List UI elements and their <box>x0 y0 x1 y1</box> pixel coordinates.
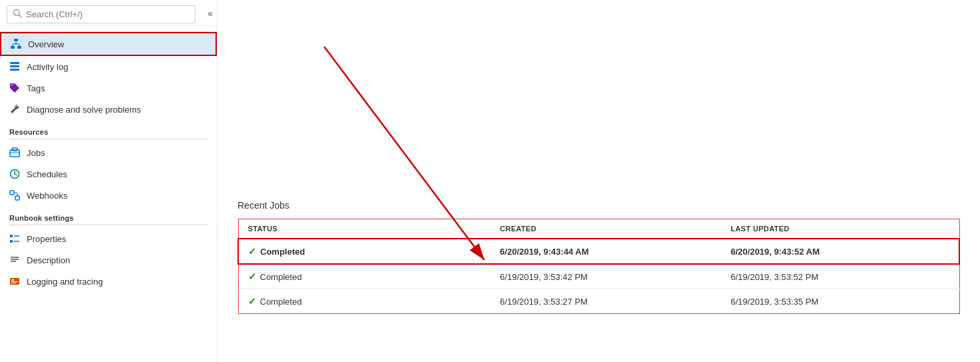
svg-rect-2 <box>14 39 18 41</box>
jobs-table: STATUS CREATED LAST UPDATED ✓Completed6/… <box>237 219 960 314</box>
description-icon <box>9 255 20 265</box>
logging-icon <box>9 276 20 287</box>
col-last-updated: LAST UPDATED <box>721 219 959 239</box>
sidebar-item-label-diagnose: Diagnose and solve problems <box>27 105 141 115</box>
clock-icon <box>9 169 20 179</box>
sidebar-item-webhooks[interactable]: Webhooks <box>0 185 217 206</box>
svg-rect-30 <box>11 283 16 283</box>
sidebar-item-properties[interactable]: Properties <box>0 228 217 249</box>
sidebar-item-schedules[interactable]: Schedules <box>0 163 217 185</box>
last-updated-cell: 6/19/2019, 3:53:35 PM <box>721 289 959 314</box>
last-updated-cell: 6/19/2019, 3:53:52 PM <box>721 264 959 289</box>
wrench-icon <box>9 104 20 115</box>
sidebar-item-jobs[interactable]: Jobs <box>0 142 217 163</box>
search-icon <box>13 9 22 20</box>
properties-icon <box>9 233 20 244</box>
resources-divider <box>9 139 207 139</box>
created-cell: 6/19/2019, 3:53:42 PM <box>490 264 721 289</box>
sidebar-item-activity-log[interactable]: Activity log <box>0 56 217 77</box>
svg-line-1 <box>19 15 21 17</box>
tag-icon <box>9 83 20 93</box>
sidebar-item-description[interactable]: Description <box>0 249 217 271</box>
sidebar-item-label-logging: Logging and tracing <box>27 277 103 287</box>
svg-rect-21 <box>10 240 13 243</box>
svg-rect-4 <box>17 46 21 49</box>
search-input[interactable] <box>26 9 189 19</box>
status-cell: ✓Completed <box>238 289 490 314</box>
runbook-settings-section-label: Runbook settings <box>0 206 217 225</box>
created-cell: 6/19/2019, 3:53:27 PM <box>490 289 721 314</box>
col-created: CREATED <box>490 219 721 239</box>
sidebar-item-label-tags: Tags <box>27 83 45 93</box>
created-cell: 6/20/2019, 9:43:44 AM <box>490 239 721 264</box>
table-row[interactable]: ✓Completed6/19/2019, 3:53:27 PM6/19/2019… <box>238 289 959 314</box>
sidebar-item-diagnose[interactable]: Diagnose and solve problems <box>0 99 217 120</box>
sidebar: « Overview Activity log Tags Diagnose an… <box>0 0 217 362</box>
resources-section-label: Resources <box>0 120 217 139</box>
sidebar-item-tags[interactable]: Tags <box>0 77 217 99</box>
search-box[interactable] <box>7 5 195 23</box>
status-cell: ✓Completed <box>238 239 490 264</box>
sidebar-item-label-webhooks: Webhooks <box>27 191 67 201</box>
svg-line-17 <box>15 174 17 175</box>
sidebar-item-label-description: Description <box>27 255 70 265</box>
col-status: STATUS <box>238 219 490 239</box>
jobs-icon <box>9 147 20 158</box>
table-header-row: STATUS CREATED LAST UPDATED <box>238 219 959 239</box>
list-icon <box>9 61 20 72</box>
search-row: « <box>0 0 217 32</box>
check-icon: ✓ <box>248 246 256 257</box>
last-updated-cell: 6/20/2019, 9:43:52 AM <box>721 239 959 264</box>
check-icon: ✓ <box>248 296 256 307</box>
hierarchy-icon <box>11 39 21 49</box>
svg-rect-3 <box>11 46 15 49</box>
table-row[interactable]: ✓Completed6/19/2019, 3:53:42 PM6/19/2019… <box>238 264 959 289</box>
svg-rect-29 <box>11 281 18 282</box>
sidebar-item-label-jobs: Jobs <box>27 148 45 158</box>
svg-rect-11 <box>10 69 19 71</box>
svg-rect-10 <box>10 65 19 67</box>
sidebar-item-logging[interactable]: Logging and tracing <box>0 271 217 292</box>
table-row[interactable]: ✓Completed6/20/2019, 9:43:44 AM6/20/2019… <box>238 239 959 264</box>
svg-rect-9 <box>10 62 19 64</box>
recent-jobs-title: Recent Jobs <box>237 200 960 211</box>
status-cell: ✓Completed <box>238 264 490 289</box>
check-icon: ✓ <box>248 271 256 282</box>
main-content: Recent Jobs STATUS CREATED LAST UPDATED … <box>217 0 980 362</box>
svg-rect-19 <box>15 196 19 200</box>
svg-rect-18 <box>10 191 14 195</box>
webhooks-icon <box>9 190 20 201</box>
svg-rect-20 <box>10 235 13 237</box>
sidebar-item-label-activity-log: Activity log <box>27 62 68 72</box>
runbook-settings-divider <box>9 225 207 225</box>
svg-rect-13 <box>12 148 17 151</box>
sidebar-item-label-overview: Overview <box>28 39 64 49</box>
sidebar-item-overview[interactable]: Overview <box>0 32 217 56</box>
sidebar-item-label-properties: Properties <box>27 234 66 244</box>
recent-jobs-section: Recent Jobs STATUS CREATED LAST UPDATED … <box>237 200 960 314</box>
svg-rect-28 <box>11 279 14 281</box>
collapse-button[interactable]: « <box>203 5 217 21</box>
sidebar-item-label-schedules: Schedules <box>27 169 67 179</box>
